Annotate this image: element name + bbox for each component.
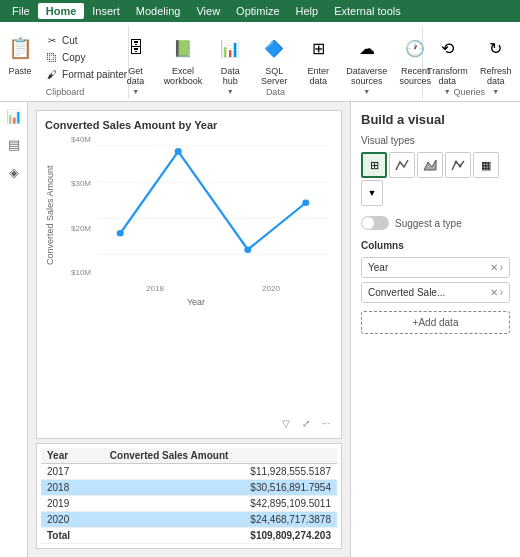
vtype-more-button[interactable]: ▼ <box>361 180 383 206</box>
columns-label: Columns <box>361 240 510 251</box>
vtype-matrix-button[interactable]: ▦ <box>473 152 499 178</box>
year-cell: 2020 <box>41 512 104 528</box>
paste-icon: 📋 <box>4 32 36 64</box>
copy-icon: ⿻ <box>45 50 59 64</box>
menu-modeling[interactable]: Modeling <box>128 3 189 19</box>
column-year-label: Year <box>368 262 388 273</box>
x-label: Year <box>187 297 205 307</box>
transform-arrow: ▼ <box>444 88 451 95</box>
data-table-container: Year Converted Sales Amount 2017 $11,928… <box>36 443 342 549</box>
svg-point-6 <box>244 246 251 253</box>
data-hub-button[interactable]: 📊 Datahub ▼ <box>210 30 250 95</box>
total-row: Total $109,809,274.203 <box>41 528 337 544</box>
total-label: Total <box>41 528 104 544</box>
menu-optimize[interactable]: Optimize <box>228 3 287 19</box>
pill-year-actions: ✕ › <box>490 262 503 273</box>
suggest-toggle[interactable] <box>361 216 389 230</box>
svg-point-10 <box>459 165 462 168</box>
remove-year-button[interactable]: ✕ <box>490 262 498 273</box>
paste-button[interactable]: 📋 Paste <box>0 30 40 78</box>
year-cell: 2019 <box>41 496 104 512</box>
amount-cell: $30,516,891.7954 <box>104 480 337 496</box>
more-converted-button[interactable]: › <box>500 287 503 298</box>
table-row: 2020 $24,468,717.3878 <box>41 512 337 528</box>
more-year-button[interactable]: › <box>500 262 503 273</box>
ribbon: 📋 Paste ✂ Cut ⿻ Copy 🖌 Format painter Cl… <box>0 22 520 102</box>
menu-file[interactable]: File <box>4 3 38 19</box>
copy-label: Copy <box>62 52 85 63</box>
add-data-button[interactable]: +Add data <box>361 311 510 334</box>
more-toolbar-btn[interactable]: ··· <box>317 414 335 432</box>
enter-data-icon: ⊞ <box>302 32 334 64</box>
col-header-year: Year <box>41 448 104 464</box>
canvas-area: Converted Sales Amount by Year Converted… <box>28 102 350 557</box>
excel-icon: 📗 <box>167 32 199 64</box>
menu-insert[interactable]: Insert <box>84 3 128 19</box>
transform-data-button[interactable]: ⟲ Transformdata ▼ <box>423 30 472 95</box>
cut-icon: ✂ <box>45 33 59 47</box>
svg-marker-8 <box>424 160 436 170</box>
table-row: 2018 $30,516,891.7954 <box>41 480 337 496</box>
menubar: File Home Insert Modeling View Optimize … <box>0 0 520 22</box>
chart-plot <box>97 135 329 277</box>
vtype-line-button[interactable] <box>389 152 415 178</box>
pill-converted-actions: ✕ › <box>490 287 503 298</box>
svg-point-7 <box>302 199 309 206</box>
transform-data-icon: ⟲ <box>431 32 463 64</box>
menu-external-tools[interactable]: External tools <box>326 3 409 19</box>
excel-workbook-button[interactable]: 📗 Excelworkbook <box>160 30 207 88</box>
get-data-icon: 🗄 <box>120 32 152 64</box>
cut-label: Cut <box>62 35 78 46</box>
remove-converted-button[interactable]: ✕ <box>490 287 498 298</box>
amount-cell: $24,468,717.3878 <box>104 512 337 528</box>
chart-svg <box>97 135 329 277</box>
suggest-row: Suggest a type <box>361 216 510 230</box>
col-header-amount: Converted Sales Amount <box>104 448 337 464</box>
ribbon-group-data: 🗄 Getdata ▼ 📗 Excelworkbook 📊 Datahub ▼ … <box>131 26 423 99</box>
chart-visual: Converted Sales Amount by Year Converted… <box>36 110 342 439</box>
menu-help[interactable]: Help <box>288 3 327 19</box>
data-group-label: Data <box>266 87 285 97</box>
menu-home[interactable]: Home <box>38 3 85 19</box>
dataverse-arrow: ▼ <box>363 88 370 95</box>
visual-types-grid: ⊞ ▦ ▼ <box>361 152 510 206</box>
refresh-arrow: ▼ <box>492 88 499 95</box>
sidebar-icon-model[interactable]: ◈ <box>4 162 24 182</box>
main-content: 📊 ▤ ◈ Converted Sales Amount by Year Con… <box>0 102 520 557</box>
sql-server-button[interactable]: 🔷 SQLServer <box>254 30 294 88</box>
vtype-area-button[interactable] <box>417 152 443 178</box>
y-axis-label: Converted Sales Amount <box>45 135 55 295</box>
sidebar-icon-chart[interactable]: 📊 <box>4 106 24 126</box>
ribbon-group-queries: ⟲ Transformdata ▼ ↻ Refreshdata ▼ Querie… <box>425 26 516 99</box>
sql-server-icon: 🔷 <box>258 32 290 64</box>
enter-data-button[interactable]: ⊞ Enterdata <box>298 30 338 88</box>
x-axis: 2018 2020 <box>97 284 329 293</box>
y-tick-10m: $10M <box>59 268 94 277</box>
x-tick-2020: 2020 <box>262 284 280 293</box>
dataverse-icon: ☁ <box>351 32 383 64</box>
chart-area: Converted Sales Amount $40M $30M $20M $1… <box>45 135 333 295</box>
chart-title: Converted Sales Amount by Year <box>45 119 333 131</box>
get-data-button[interactable]: 🗄 Getdata ▼ <box>116 30 156 95</box>
dataverse-button[interactable]: ☁ Dataversesources ▼ <box>342 30 391 95</box>
menu-view[interactable]: View <box>188 3 228 19</box>
sidebar-icon-data[interactable]: ▤ <box>4 134 24 154</box>
year-cell: 2018 <box>41 480 104 496</box>
focus-toolbar-btn[interactable]: ⤢ <box>297 414 315 432</box>
paste-label: Paste <box>9 66 32 76</box>
vtype-table-button[interactable]: ⊞ <box>361 152 387 178</box>
format-painter-icon: 🖌 <box>45 67 59 81</box>
column-converted-label: Converted Sale... <box>368 287 445 298</box>
data-hub-icon: 📊 <box>214 32 246 64</box>
clipboard-group-label: Clipboard <box>46 87 85 97</box>
refresh-data-button[interactable]: ↻ Refreshdata ▼ <box>476 30 516 95</box>
get-data-arrow: ▼ <box>132 88 139 95</box>
left-sidebar: 📊 ▤ ◈ <box>0 102 28 557</box>
filter-toolbar-btn[interactable]: ▽ <box>277 414 295 432</box>
queries-group-label: Queries <box>454 87 486 97</box>
svg-point-5 <box>175 148 182 155</box>
data-hub-arrow: ▼ <box>227 88 234 95</box>
ribbon-group-clipboard: 📋 Paste ✂ Cut ⿻ Copy 🖌 Format painter Cl… <box>4 26 129 99</box>
suggest-label: Suggest a type <box>395 218 462 229</box>
vtype-line2-button[interactable] <box>445 152 471 178</box>
